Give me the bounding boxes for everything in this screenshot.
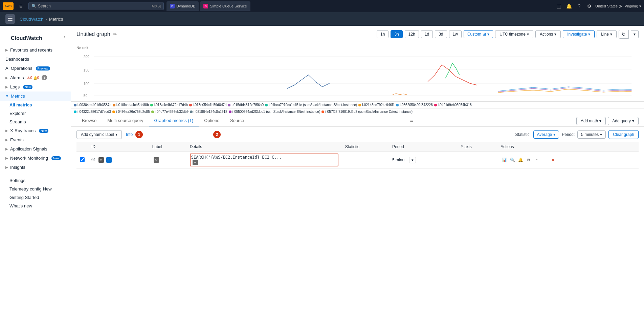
time-12h-button[interactable]: 12h <box>405 30 419 38</box>
region-dropdown-icon: ▾ <box>639 4 641 8</box>
sidebar-item-getting-started[interactable]: Getting Started <box>0 193 71 202</box>
legend-dot-9 <box>74 110 76 113</box>
sidebar-item-insights[interactable]: ▶ Insights <box>0 163 71 172</box>
statistic-dropdown-icon: ▾ <box>553 132 555 137</box>
sidebar-collapse-button[interactable]: ‹ <box>64 34 65 40</box>
time-3d-button[interactable]: 3d <box>435 30 447 38</box>
add-query-button[interactable]: Add query ▾ <box>608 117 639 125</box>
sidebar-item-streams[interactable]: Streams <box>0 118 71 126</box>
row-action-search-icon[interactable]: 🔍 <box>509 156 516 164</box>
legend-label-2: i-013a4e4b672b17d4b <box>154 103 188 107</box>
sidebar-item-telemetry-config[interactable]: Telemetry config New <box>0 185 71 193</box>
timezone-button[interactable]: UTC timezone ▾ <box>495 30 533 38</box>
sidebar-item-settings[interactable]: Settings <box>0 176 71 185</box>
time-1h-button[interactable]: 1h <box>377 30 388 38</box>
time-1d-button[interactable]: 1d <box>421 30 433 38</box>
tab-sqs[interactable]: S Simple Queue Service <box>200 1 250 11</box>
sidebar-item-explorer[interactable]: Explorer <box>0 109 71 118</box>
period-select[interactable]: 5 minutes ▾ <box>577 130 606 139</box>
legend-dot-10 <box>112 110 115 113</box>
region-label: United States (N. Virginia) <box>595 4 638 8</box>
gear-icon[interactable]: ⚙ <box>585 2 593 10</box>
graph-title: Untitled graph <box>76 31 110 37</box>
region-selector[interactable]: United States (N. Virginia) ▾ <box>595 4 641 8</box>
custom-time-button[interactable]: Custom ⊞ ▾ <box>464 30 493 38</box>
sidebar-item-ai-operations[interactable]: AI Operations Preview <box>0 64 71 73</box>
tab-dynamodb[interactable]: D DynamoDB <box>166 1 199 11</box>
sidebar-item-application-signals[interactable]: ▶ Application Signals <box>0 144 71 154</box>
sidebar-item-whats-new[interactable]: What's new <box>0 202 71 210</box>
line-button[interactable]: Line ▾ <box>597 30 617 38</box>
clear-graph-button[interactable]: Clear graph <box>608 130 639 139</box>
grid-icon[interactable]: ⊞ <box>16 1 26 11</box>
hamburger-button[interactable]: ☰ <box>5 14 15 24</box>
time-3h-button[interactable]: 3h <box>391 30 402 38</box>
statistic-select[interactable]: Average ▾ <box>533 130 559 139</box>
row-checkbox-cell[interactable] <box>76 152 88 169</box>
row-action-down-icon[interactable]: ↓ <box>541 156 549 164</box>
row-checkbox[interactable] <box>80 157 85 162</box>
add-math-button[interactable]: Add math ▾ <box>576 117 606 125</box>
time-1w-button[interactable]: 1w <box>449 30 462 38</box>
details-input[interactable] <box>191 155 337 160</box>
investigate-button[interactable]: Investigate ▾ <box>563 30 595 38</box>
add-query-dropdown: ▾ <box>632 119 634 123</box>
refresh-button[interactable]: ↻ <box>619 30 629 39</box>
add-dynamic-label-button[interactable]: Add dynamic label ▾ <box>76 130 122 139</box>
sidebar-item-metrics[interactable]: ▼ Metrics <box>0 92 71 101</box>
tab-source[interactable]: Source <box>225 115 249 126</box>
tab-graphed-metrics[interactable]: Graphed metrics (1) <box>149 115 199 126</box>
tab-browse[interactable]: Browse <box>76 115 102 126</box>
row-details-cell[interactable]: ✏ <box>186 152 342 169</box>
search-bar[interactable]: 🔍 Search [Alt+S] <box>28 2 164 10</box>
legend-item-8: i-0421d9eb06054b318 <box>434 103 472 107</box>
edit-title-icon[interactable]: ✏ <box>113 32 117 37</box>
sidebar-item-logs[interactable]: ▶ Logs New <box>0 82 71 92</box>
screen-icon[interactable]: ⬚ <box>555 2 563 10</box>
legend-item-0: i-00304e44016b3587a <box>74 103 111 107</box>
row-action-copy-icon[interactable]: ⧉ <box>525 156 532 164</box>
svg-text:200: 200 <box>84 55 90 59</box>
tab-options[interactable]: Options <box>199 115 225 126</box>
xray-new-badge: New <box>39 129 48 133</box>
legend-dot-11 <box>151 110 154 113</box>
row-action-delete-icon[interactable]: ✕ <box>549 156 557 164</box>
question-icon[interactable]: ? <box>575 2 583 10</box>
legend-dot-2 <box>150 104 153 106</box>
row-info-icon[interactable]: i <box>106 157 112 163</box>
sidebar-item-xray-traces[interactable]: ▶ X-Ray traces New <box>0 126 71 135</box>
bell-icon[interactable]: 🔔 <box>565 2 573 10</box>
legend-label-0: i-00304e44016b3587a <box>77 103 111 107</box>
legend-dot-4 <box>228 104 230 106</box>
tab-multi-source-query[interactable]: Multi source query <box>102 115 149 126</box>
legend-item-14: i-057f28f316819d2d3 (ssmStack/Instance-C… <box>321 110 413 114</box>
row-edit-id-icon[interactable]: ✏ <box>98 157 104 163</box>
row-label-icon[interactable]: ⚙ <box>154 157 159 163</box>
sidebar-item-events[interactable]: ▶ Events <box>0 135 71 144</box>
legend-dot-5 <box>265 104 268 106</box>
refresh-dropdown-button[interactable]: ▾ <box>631 30 639 38</box>
details-container[interactable]: ✏ <box>190 154 338 166</box>
details-edit-icon[interactable]: ✏ <box>193 160 198 165</box>
row-action-alarm-icon[interactable]: 🔔 <box>517 156 524 164</box>
breadcrumb-home[interactable]: CloudWatch <box>20 17 43 22</box>
row-action-up-icon[interactable]: ↑ <box>533 156 540 164</box>
sidebar-item-network-monitoring[interactable]: ▶ Network Monitoring New <box>0 154 71 163</box>
custom-icon: ⊞ <box>483 32 486 37</box>
aws-logo[interactable]: AWS <box>3 2 14 10</box>
actions-button[interactable]: Actions ▾ <box>535 30 561 38</box>
period-cell-dropdown[interactable]: ▾ <box>409 157 416 163</box>
search-shortcut: [Alt+S] <box>151 4 161 8</box>
info-link[interactable]: Info <box>126 132 133 137</box>
graph-controls: 1h 3h 12h 1d 3d 1w Custom ⊞ ▾ UTC timezo… <box>377 30 639 39</box>
legend-item-2: i-013a4e4b672b17d4b <box>150 103 188 107</box>
sidebar-item-ai-operations-label: AI Operations <box>5 66 32 71</box>
legend-dot-1 <box>113 104 115 106</box>
sidebar-item-favorites[interactable]: ▶ Favorites and recents <box>0 45 71 55</box>
sidebar-item-dashboards[interactable]: Dashboards <box>0 55 71 64</box>
row-action-stats-icon[interactable]: 📊 <box>501 156 508 164</box>
legend-label-13: i-05500964ad2f3dbc1 (ssmStack/Instance-E… <box>232 110 320 114</box>
sidebar-item-alarms[interactable]: ▶ Alarms ⚠0 🔔0 1 <box>0 73 71 82</box>
row-id-cell: e1 ✏ i <box>88 152 149 169</box>
sidebar-item-all-metrics[interactable]: All metrics <box>0 101 71 109</box>
